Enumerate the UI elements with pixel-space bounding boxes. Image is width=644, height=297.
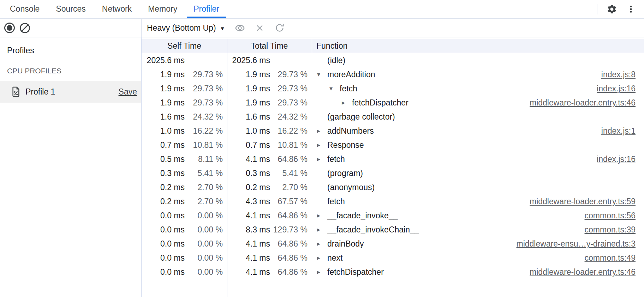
expand-arrow-icon[interactable]: ▸ <box>317 254 327 262</box>
expand-arrow-icon[interactable]: ▸ <box>317 127 327 135</box>
total-time-ms: 1.9 ms <box>227 98 270 108</box>
function-name: drainBody <box>327 239 364 249</box>
self-time-pct: 2.70 % <box>185 183 227 192</box>
self-time-ms: 1.9 ms <box>142 98 185 108</box>
function-name: __facade_invoke__ <box>327 211 398 220</box>
table-row[interactable]: 0.3 ms 5.41 % 0.3 ms 5.41 % (program) <box>142 166 644 180</box>
total-time-pct: 16.22 % <box>270 126 312 136</box>
settings-button[interactable] <box>607 4 617 14</box>
table-row[interactable]: 1.0 ms 16.22 % 1.0 ms 16.22 % ▸ addNumbe… <box>142 124 644 138</box>
restore-functions-button[interactable] <box>274 23 285 33</box>
self-time-pct: 0.00 % <box>185 267 227 277</box>
function-cell: ▾ fetch index.js:16 <box>312 84 644 93</box>
expand-arrow-icon[interactable]: ▾ <box>317 71 327 78</box>
table-row[interactable]: 1.6 ms 24.32 % 1.6 ms 24.32 % (garbage c… <box>142 110 644 124</box>
content-area: Profiles CPU PROFILES Profile 1 Save Sel… <box>0 37 644 297</box>
kebab-menu-icon <box>626 5 636 14</box>
source-link[interactable]: index.js:16 <box>597 84 636 93</box>
total-time-ms: 0.2 ms <box>227 183 270 192</box>
tab-sources[interactable]: Sources <box>48 0 94 18</box>
column-header-function[interactable]: Function <box>312 41 644 51</box>
table-row[interactable]: 0.5 ms 8.11 % 4.1 ms 64.86 % ▸ fetch ind… <box>142 152 644 166</box>
total-time-pct: 29.73 % <box>270 98 312 108</box>
tab-profiler[interactable]: Profiler <box>185 0 227 18</box>
table-row[interactable]: 0.0 ms 0.00 % 4.1 ms 64.86 % ▸ __facade_… <box>142 208 644 223</box>
total-time-pct: 129.73 % <box>270 225 312 235</box>
tab-memory[interactable]: Memory <box>140 0 185 18</box>
profile-view-select[interactable]: Heavy (Bottom Up) ▼ <box>147 23 225 33</box>
sidebar-title: Profiles <box>7 46 134 55</box>
table-row[interactable]: 0.0 ms 0.00 % 4.1 ms 64.86 % ▸ fetchDisp… <box>142 265 644 279</box>
total-time-pct: 67.57 % <box>270 197 312 206</box>
table-row[interactable]: 1.9 ms 29.73 % 1.9 ms 29.73 % ▾ fetch in… <box>142 81 644 96</box>
exclude-function-button[interactable] <box>255 23 264 33</box>
source-link[interactable]: common.ts:39 <box>585 225 636 235</box>
self-time-pct: 10.81 % <box>185 140 227 150</box>
table-row[interactable]: 0.2 ms 2.70 % 4.3 ms 67.57 % fetch middl… <box>142 194 644 208</box>
table-row[interactable]: 1.9 ms 29.73 % 1.9 ms 29.73 % ▸ fetchDis… <box>142 96 644 110</box>
total-time-cell: 4.1 ms 64.86 % <box>227 267 312 277</box>
source-link[interactable]: index.js:1 <box>601 126 636 136</box>
total-time-cell: 4.1 ms 64.86 % <box>227 154 312 164</box>
table-row[interactable]: 1.9 ms 29.73 % 1.9 ms 29.73 % ▾ moreAddi… <box>142 67 644 81</box>
expand-arrow-icon[interactable]: ▸ <box>317 155 327 163</box>
source-link[interactable]: middleware-loader.entry.ts:46 <box>530 267 636 277</box>
table-row[interactable]: 0.7 ms 10.81 % 0.7 ms 10.81 % ▸ Response <box>142 138 644 152</box>
table-row[interactable]: 0.0 ms 0.00 % 4.1 ms 64.86 % ▸ drainBody… <box>142 237 644 251</box>
table-row[interactable]: 0.0 ms 0.00 % 8.3 ms 129.73 % ▸ __facade… <box>142 223 644 237</box>
function-cell: (garbage collector) <box>312 112 644 122</box>
total-time-cell: 4.1 ms 64.86 % <box>227 253 312 263</box>
total-time-cell: 1.6 ms 24.32 % <box>227 112 312 122</box>
source-link[interactable]: index.js:8 <box>601 70 636 79</box>
total-time-pct: 10.81 % <box>270 140 312 150</box>
focus-function-button[interactable] <box>235 23 245 33</box>
self-time-ms: 1.0 ms <box>142 126 185 136</box>
profile-list-item[interactable]: Profile 1 Save <box>0 81 141 103</box>
more-options-button[interactable] <box>626 5 636 14</box>
tab-console[interactable]: Console <box>2 0 48 18</box>
table-row[interactable]: 2025.6 ms 2025.6 ms (idle) <box>142 53 644 67</box>
devtools-tabbar: Console Sources Network Memory Profiler <box>0 0 644 19</box>
total-time-pct: 64.86 % <box>270 253 312 263</box>
function-cell: ▸ Response <box>312 140 644 150</box>
expand-arrow-icon[interactable]: ▸ <box>317 268 327 276</box>
source-link[interactable]: middleware-ensu…y-drained.ts:3 <box>517 239 636 249</box>
record-button[interactable] <box>4 23 15 33</box>
grid-body: 2025.6 ms 2025.6 ms (idle) 1.9 ms 29.73 … <box>142 53 644 279</box>
clear-all-profiles-button[interactable] <box>20 23 30 33</box>
function-name: (garbage collector) <box>327 112 395 122</box>
total-time-pct: 29.73 % <box>270 70 312 79</box>
self-time-ms: 1.9 ms <box>142 84 185 93</box>
save-profile-link[interactable]: Save <box>119 87 137 97</box>
expand-arrow-icon[interactable]: ▸ <box>317 240 327 248</box>
self-time-ms: 0.2 ms <box>142 197 185 206</box>
total-time-ms: 4.3 ms <box>227 197 270 206</box>
column-header-total-time[interactable]: Total Time <box>227 41 312 51</box>
source-link[interactable]: common.ts:56 <box>585 211 636 220</box>
expand-arrow-icon[interactable]: ▸ <box>341 99 352 107</box>
expand-arrow-icon[interactable]: ▸ <box>317 226 327 234</box>
source-link[interactable]: middleware-loader.entry.ts:46 <box>530 98 636 108</box>
total-time-ms: 4.1 ms <box>227 154 270 164</box>
source-link[interactable]: common.ts:49 <box>585 253 636 263</box>
source-link[interactable]: index.js:16 <box>597 154 636 164</box>
self-time-pct: 29.73 % <box>185 98 227 108</box>
self-time-pct: 24.32 % <box>185 112 227 122</box>
expand-arrow-icon[interactable]: ▸ <box>317 212 327 219</box>
expand-arrow-icon[interactable]: ▸ <box>317 141 327 149</box>
table-row[interactable]: 0.0 ms 0.00 % 4.1 ms 64.86 % ▸ next comm… <box>142 251 644 265</box>
self-time-cell: 1.6 ms 24.32 % <box>142 112 227 122</box>
total-time-pct: 29.73 % <box>270 84 312 93</box>
tab-network[interactable]: Network <box>94 0 140 18</box>
function-name: moreAddition <box>327 70 375 79</box>
total-time-ms: 4.1 ms <box>227 211 270 220</box>
source-link[interactable]: middleware-loader.entry.ts:59 <box>530 197 636 206</box>
total-time-ms: 4.1 ms <box>227 239 270 249</box>
expand-arrow-icon[interactable]: ▾ <box>329 85 340 92</box>
table-row[interactable]: 0.2 ms 2.70 % 0.2 ms 2.70 % (anonymous) <box>142 180 644 194</box>
self-time-cell: 0.0 ms 0.00 % <box>142 253 227 263</box>
function-name: fetch <box>340 84 357 93</box>
column-header-self-time[interactable]: Self Time <box>142 41 227 51</box>
self-time-cell: 0.5 ms 8.11 % <box>142 154 227 164</box>
self-time-ms: 0.3 ms <box>142 169 185 178</box>
